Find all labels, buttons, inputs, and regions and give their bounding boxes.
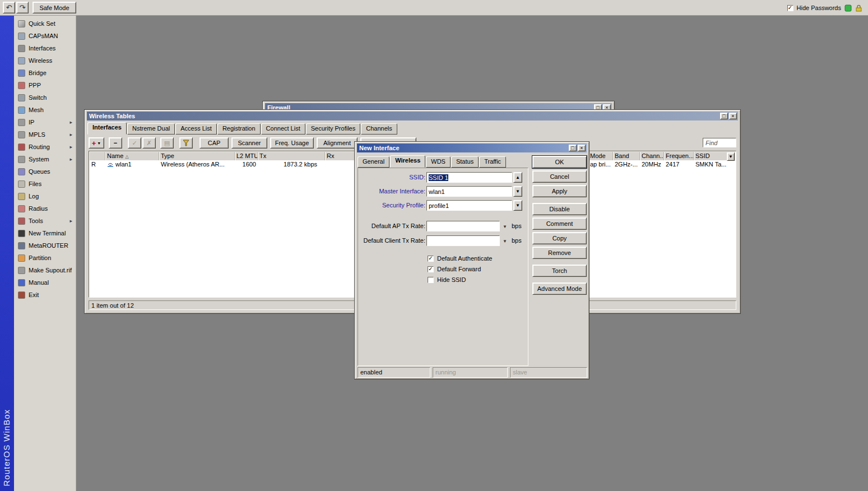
default-authenticate-row: ✓ Default Authenticate: [428, 255, 492, 262]
sidebar-item-make-supout[interactable]: Make Supout.rif: [14, 264, 76, 276]
disable-button[interactable]: Disable: [532, 203, 587, 215]
hide-passwords-checkbox[interactable]: ✓: [787, 5, 793, 11]
tab-security-profiles[interactable]: Security Profiles: [306, 123, 360, 135]
tab-access-list[interactable]: Access List: [175, 123, 217, 135]
tab-general[interactable]: General: [358, 156, 389, 168]
maximize-button[interactable]: □: [569, 145, 577, 151]
safe-mode-button[interactable]: Safe Mode: [33, 2, 76, 13]
sidebar-item-tools[interactable]: Tools▸: [14, 215, 76, 227]
comment-button[interactable]: Comment: [532, 217, 587, 230]
redo-button[interactable]: ↷: [16, 2, 29, 13]
system-icon: [18, 156, 25, 163]
sidebar-item-capsman[interactable]: CAPsMAN: [14, 30, 76, 42]
column-tx[interactable]: Tx: [258, 152, 325, 160]
sidebar-item-partition[interactable]: Partition: [14, 252, 76, 264]
cap-button[interactable]: CAP: [199, 137, 229, 149]
security-profile-input[interactable]: [426, 200, 512, 211]
default-ap-tx-rate-input[interactable]: [426, 221, 500, 231]
close-button[interactable]: ×: [729, 113, 737, 119]
minus-icon: −: [114, 140, 117, 146]
tab-interfaces[interactable]: Interfaces: [87, 122, 127, 135]
copy-button[interactable]: Copy: [532, 232, 587, 244]
sidebar-item-quick-set[interactable]: Quick Set: [14, 17, 76, 30]
sidebar-item-files[interactable]: Files: [14, 178, 76, 190]
sidebar-item-mpls[interactable]: MPLS▸: [14, 128, 76, 141]
sidebar-item-new-terminal[interactable]: New Terminal: [14, 227, 76, 239]
tab-wds[interactable]: WDS: [426, 156, 451, 168]
default-client-tx-rate-input[interactable]: [426, 235, 500, 246]
column-channel-width[interactable]: Chann...: [640, 152, 664, 160]
find-input[interactable]: [703, 138, 736, 147]
tab-status[interactable]: Status: [451, 156, 479, 168]
enable-button[interactable]: ✓: [128, 137, 141, 149]
filter-button[interactable]: [179, 137, 193, 149]
ssid-collapse-button[interactable]: ▲: [513, 172, 522, 183]
sidebar-item-mesh[interactable]: Mesh: [14, 104, 76, 116]
hide-ssid-checkbox[interactable]: [428, 277, 434, 283]
column-l2mtu[interactable]: L2 MTU: [235, 152, 258, 160]
files-icon: [18, 180, 25, 188]
ssid-input[interactable]: SSID 1: [426, 172, 512, 183]
redo-icon: ↷: [20, 3, 26, 12]
security-profile-dropdown-button[interactable]: ▼: [513, 200, 522, 211]
wireless-tables-titlebar[interactable]: Wireless Tables □ ×: [87, 112, 738, 121]
column-flags[interactable]: [90, 152, 105, 160]
tab-traffic[interactable]: Traffic: [479, 156, 506, 168]
tab-wireless[interactable]: Wireless: [390, 155, 425, 168]
sidebar-item-metarouter[interactable]: MetaROUTER: [14, 239, 76, 252]
new-interface-titlebar[interactable]: New Interface □ ×: [357, 143, 587, 152]
sidebar-item-exit[interactable]: Exit: [14, 289, 76, 301]
sidebar-item-queues[interactable]: Queues: [14, 165, 76, 178]
sidebar-item-routing[interactable]: Routing▸: [14, 141, 76, 153]
apply-button[interactable]: Apply: [532, 185, 587, 197]
default-forward-checkbox[interactable]: ✓: [428, 266, 434, 272]
master-interface-dropdown-button[interactable]: ▼: [513, 186, 522, 197]
sidebar-item-system[interactable]: System▸: [14, 153, 76, 165]
advanced-mode-button[interactable]: Advanced Mode: [532, 282, 587, 295]
remove-button[interactable]: −: [109, 137, 122, 149]
alignment-button[interactable]: Alignment: [317, 137, 358, 149]
column-mode[interactable]: Mode: [588, 152, 613, 160]
sidebar-item-log[interactable]: Log: [14, 190, 76, 202]
sidebar-item-switch[interactable]: Switch: [14, 91, 76, 104]
sidebar-item-interfaces[interactable]: Interfaces: [14, 42, 76, 54]
column-chooser-button[interactable]: ▼: [727, 152, 735, 161]
tab-channels[interactable]: Channels: [361, 123, 397, 135]
cancel-button[interactable]: Cancel: [532, 170, 587, 183]
sidebar-item-ppp[interactable]: PPP: [14, 79, 76, 91]
undo-button[interactable]: ↶: [3, 2, 15, 13]
enable-icon: ✓: [132, 140, 137, 147]
client-tx-rate-dropdown-icon[interactable]: ▼: [501, 237, 509, 245]
master-interface-input[interactable]: [426, 186, 512, 197]
ok-button[interactable]: OK: [532, 156, 587, 168]
disable-button[interactable]: ✗: [142, 137, 156, 149]
column-frequency[interactable]: Frequen...: [664, 152, 694, 160]
remove-button[interactable]: Remove: [532, 247, 587, 259]
column-name[interactable]: Name △: [105, 152, 159, 160]
tab-connect-list[interactable]: Connect List: [261, 123, 305, 135]
sidebar-item-ip[interactable]: IP▸: [14, 116, 76, 128]
sidebar-item-wireless[interactable]: Wireless: [14, 54, 76, 67]
comment-icon: ▤: [164, 140, 170, 147]
freq-usage-button[interactable]: Freq. Usage: [270, 137, 314, 149]
row-frequency: 2417: [664, 160, 694, 168]
comment-button[interactable]: ▤: [160, 137, 174, 149]
sidebar-item-radius[interactable]: Radius: [14, 202, 76, 215]
column-type[interactable]: Type: [159, 152, 235, 160]
tab-nstreme-dual[interactable]: Nstreme Dual: [127, 123, 175, 135]
scanner-button[interactable]: Scanner: [231, 137, 267, 149]
ap-tx-rate-dropdown-icon[interactable]: ▼: [501, 223, 509, 230]
maximize-button[interactable]: □: [720, 113, 728, 119]
column-band[interactable]: Band: [613, 152, 640, 160]
torch-button[interactable]: Torch: [532, 265, 587, 277]
chevron-down-icon: ▼: [516, 189, 520, 194]
sidebar-item-bridge[interactable]: Bridge: [14, 67, 76, 79]
default-authenticate-checkbox[interactable]: ✓: [428, 256, 434, 262]
close-button[interactable]: ×: [578, 145, 586, 151]
row-band: 2GHz-...: [613, 160, 640, 168]
add-button[interactable]: + ▼: [89, 137, 104, 149]
sidebar-item-manual[interactable]: Manual: [14, 276, 76, 289]
tab-registration[interactable]: Registration: [217, 123, 261, 135]
winbox-screen: ↶ ↷ Safe Mode ✓ Hide Passwords RouterOS …: [0, 0, 868, 491]
row-flag: R: [90, 160, 105, 168]
